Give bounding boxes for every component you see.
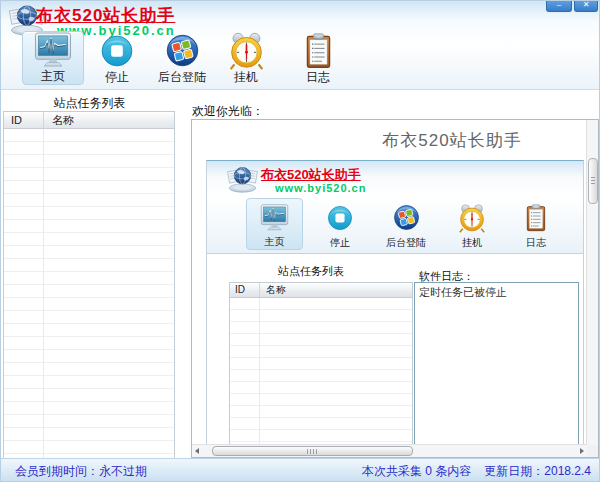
embedded-toolbar-button-log: 日志 <box>508 198 564 250</box>
scrollbar-grip-icon <box>307 449 317 454</box>
status-bar: 会员到期时间：永不过期 本次共采集 0 条内容 更新日期：2018.2.4 <box>1 458 599 481</box>
alarm-clock-icon <box>227 31 266 70</box>
embedded-toolbar-button-stop: 停止 <box>312 198 368 250</box>
stop-icon <box>326 198 354 237</box>
embedded-log-box: 定时任务已被停止 <box>414 282 579 445</box>
scroll-left-arrow-icon[interactable] <box>192 445 204 456</box>
home-monitor-icon <box>31 32 75 69</box>
home-monitor-icon <box>258 199 291 236</box>
vertical-scrollbar-thumb[interactable] <box>588 158 598 204</box>
app-window: 布衣520站长助手 www.byi520.cn – ✕ 主页 停止 后台登陆 挂… <box>0 0 600 482</box>
task-table-header: ID 名称 <box>4 112 174 129</box>
embedded-toolbar-button-home: 主页 <box>246 198 303 250</box>
column-header-name[interactable]: 名称 <box>44 112 74 128</box>
embedded-task-list-table: ID 名称 <box>229 282 413 445</box>
task-list-table[interactable]: ID 名称 <box>3 111 175 459</box>
embedded-app-screenshot: 布衣520站长助手 www.byi520.cn 主页 停止 后台登陆 <box>206 160 584 445</box>
scrollbar-grip-icon <box>591 177 595 185</box>
clipboard-log-icon <box>303 31 334 70</box>
toolbar-button-label: 日志 <box>306 70 330 85</box>
minimize-button[interactable]: – <box>546 1 572 12</box>
page-heading: 布衣520站长助手 <box>192 129 599 152</box>
toolbar-button-label: 挂机 <box>234 70 258 85</box>
toolbar-button-label: 后台登陆 <box>158 70 206 85</box>
member-expiry-text: 会员到期时间：永不过期 <box>15 463 147 480</box>
close-button[interactable]: ✕ <box>574 1 598 12</box>
toolbar-button-label: 停止 <box>105 70 129 85</box>
horizontal-scrollbar[interactable] <box>192 444 587 457</box>
horizontal-scrollbar-thumb[interactable] <box>212 446 413 456</box>
embedded-task-list-title: 站点任务列表 <box>219 264 403 279</box>
clipboard-log-icon <box>524 198 548 237</box>
toolbar-button-log[interactable]: 日志 <box>290 31 346 85</box>
alarm-clock-icon <box>457 198 487 237</box>
embedded-app-url-text: www.byi520.cn <box>275 182 366 194</box>
embedded-toolbar-button-label: 停止 <box>330 237 350 250</box>
embedded-column-header-name: 名称 <box>260 283 286 297</box>
embedded-task-table-body <box>230 298 412 445</box>
toolbar-button-label: 主页 <box>41 69 65 84</box>
collected-count-text: 本次共采集 0 条内容 <box>362 463 471 480</box>
windows-login-icon <box>392 198 421 237</box>
toolbar-button-home[interactable]: 主页 <box>22 31 84 85</box>
update-date-text: 更新日期：2018.2.4 <box>484 463 591 480</box>
task-list-title: 站点任务列表 <box>1 95 178 112</box>
column-header-id[interactable]: ID <box>4 112 44 128</box>
embedded-app-logo-icon <box>226 165 259 197</box>
stop-icon <box>99 31 135 70</box>
welcome-webview[interactable]: 布衣520站长助手 布衣520站长助手 www.byi520.cn 主页 停止 <box>191 119 599 458</box>
scroll-right-arrow-icon[interactable] <box>575 445 587 456</box>
embedded-toolbar-button-label: 挂机 <box>462 237 482 250</box>
toolbar-button-stop[interactable]: 停止 <box>89 31 145 85</box>
vertical-scrollbar[interactable] <box>586 120 598 445</box>
toolbar-button-idle[interactable]: 挂机 <box>218 31 274 85</box>
embedded-toolbar-button-label: 后台登陆 <box>386 237 426 250</box>
embedded-toolbar-button-idle: 挂机 <box>444 198 500 250</box>
embedded-toolbar-button-label: 日志 <box>526 237 546 250</box>
embedded-task-table-header: ID 名称 <box>230 283 412 298</box>
embedded-toolbar-button-label: 主页 <box>265 236 285 249</box>
welcome-label: 欢迎你光临： <box>192 103 264 120</box>
embedded-toolbar-button-backend-login: 后台登陆 <box>376 198 436 250</box>
embedded-title-toolbar-area: 布衣520站长助手 www.byi520.cn 主页 停止 后台登陆 <box>207 161 583 254</box>
title-toolbar-area: 布衣520站长助手 www.byi520.cn – ✕ 主页 停止 后台登陆 挂… <box>1 1 599 90</box>
embedded-column-header-id: ID <box>230 283 260 297</box>
task-table-body[interactable] <box>4 129 174 458</box>
embedded-log-entry: 定时任务已被停止 <box>419 285 574 299</box>
toolbar-button-backend-login[interactable]: 后台登陆 <box>152 31 212 85</box>
windows-login-icon <box>164 31 201 70</box>
scrollbar-corner <box>587 445 598 457</box>
